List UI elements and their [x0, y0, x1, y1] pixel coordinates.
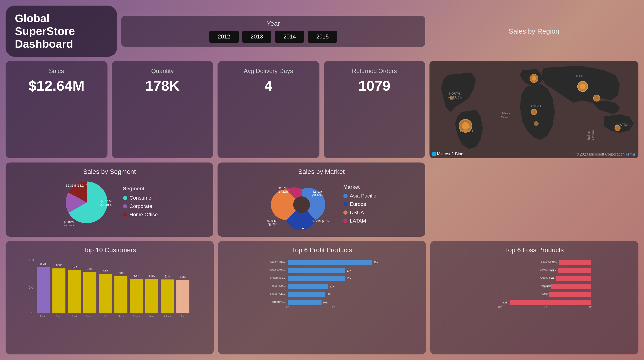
svg-text:-10K: -10K — [497, 306, 502, 308]
profit-hbar-svg: Canon ima... 25K Cisco Smar... 17K Motor… — [224, 258, 420, 309]
kpi-delivery-label: Avg.Delivery Days — [224, 67, 312, 75]
svg-text:Sanjit: Sanjit — [72, 315, 78, 318]
svg-text:-4.4K: -4.4K — [542, 285, 549, 288]
segment-chart-title: Sales by Segment — [12, 168, 207, 176]
year-2015-button[interactable]: 2015 — [308, 31, 337, 43]
year-buttons: 2012 2013 2014 2015 — [128, 31, 418, 43]
kpi-quantity-label: Quantity — [119, 67, 206, 75]
map-attribution: Microsoft Bing — [432, 152, 464, 157]
top-loss-products-chart: Top 6 Loss Products Bevis Com... -3.5K B… — [430, 241, 638, 355]
svg-text:(30.25%): (30.25%) — [64, 224, 76, 225]
svg-text:-3.5K: -3.5K — [551, 261, 558, 264]
svg-text:⌄: ⌄ — [301, 225, 305, 230]
svg-point-18 — [594, 95, 600, 101]
svg-text:Ocean: Ocean — [501, 116, 509, 119]
svg-text:Ocean: Ocean — [591, 130, 595, 140]
svg-rect-51 — [99, 274, 112, 313]
dashboard-title: Global SuperStore Dashboard — [15, 12, 108, 50]
market-legend-usca: USCA — [343, 209, 376, 216]
svg-rect-87 — [288, 260, 372, 265]
svg-text:25K: 25K — [374, 261, 378, 264]
profit-hbar-container: Canon ima... 25K Cisco Smar... 17K Motor… — [224, 258, 420, 310]
svg-text:ASIA: ASIA — [576, 74, 583, 78]
svg-text:7.4K: 7.4K — [102, 269, 108, 273]
svg-rect-57 — [145, 279, 158, 313]
svg-text:$2.16M: $2.16M — [278, 187, 288, 190]
usca-dot — [343, 210, 348, 215]
corporate-dot — [123, 204, 127, 208]
year-2013-button[interactable]: 2013 — [242, 31, 272, 43]
svg-rect-99 — [288, 292, 325, 297]
svg-text:Motorola S...: Motorola S... — [270, 276, 286, 279]
map-section-title: Sales by Region — [430, 27, 638, 35]
usca-label: USCA — [350, 209, 364, 216]
svg-text:6.5K: 6.5K — [149, 274, 155, 277]
market-legend-latam: LATAM — [343, 218, 376, 224]
svg-text:7.0K: 7.0K — [118, 272, 124, 275]
kpi-returned-label: Returned Orders — [330, 67, 418, 75]
svg-text:-3.8K: -3.8K — [548, 277, 554, 280]
market-legend: Market Asia Pacific Europe USCA — [343, 184, 376, 226]
svg-text:Susan: Susan — [133, 315, 140, 318]
europe-dot — [343, 202, 348, 206]
year-2012-button[interactable]: 2012 — [210, 31, 238, 43]
market-legend-title: Market — [343, 184, 376, 190]
svg-text:17K: 17K — [346, 269, 351, 272]
homeoffice-label: Home Office — [130, 212, 158, 218]
map-placeholder — [430, 163, 638, 237]
svg-point-22 — [450, 96, 454, 100]
svg-text:6.4K: 6.4K — [164, 275, 170, 278]
segment-chart-area: $6.51M (51.48%) $3.82M (30.25%) $2.31M (… — [12, 179, 207, 226]
svg-rect-93 — [288, 276, 345, 281]
svg-rect-122 — [549, 292, 591, 297]
europe-label: Europe — [350, 201, 366, 207]
svg-text:5K: 5K — [29, 286, 33, 289]
svg-text:10K: 10K — [29, 258, 34, 262]
profit-products-title: Top 6 Profit Products — [224, 246, 420, 254]
asia-pacific-dot — [343, 194, 348, 198]
sales-by-segment-card: Sales by Segment $6.51M — [6, 163, 213, 237]
sales-by-market-card: Sales by Market — [218, 163, 425, 237]
segment-legend: Segment Consumer Corporate Home Office — [123, 186, 158, 220]
svg-text:8.5K: 8.5K — [56, 264, 62, 267]
svg-rect-113 — [558, 268, 591, 273]
map-container: AUSTRA... NORTH AMERICA SOUTH AMERICA AF… — [430, 61, 638, 158]
svg-text:$2.36M: $2.36M — [267, 219, 276, 223]
svg-rect-116 — [556, 276, 591, 281]
market-donut-svg: $4.04M (31.98%) $3.29M (26%) $2.36M (18.… — [267, 179, 336, 230]
segment-legend-homeoffice: Home Office — [123, 212, 158, 218]
kpi-sales-label: Sales — [12, 67, 100, 75]
map-terms-link[interactable]: Terms — [626, 152, 636, 156]
svg-rect-47 — [68, 270, 81, 313]
svg-text:(17.12%): (17.12%) — [278, 190, 289, 193]
kpi-quantity: Quantity 178K — [112, 61, 214, 158]
svg-text:20K: 20K — [330, 306, 335, 308]
loss-products-title: Top 6 Loss Products — [437, 246, 632, 254]
svg-text:Hoover Sto...: Hoover Sto... — [270, 284, 286, 287]
svg-text:$3.29M (26%): $3.29M (26%) — [312, 219, 330, 223]
svg-text:0K: 0K — [29, 311, 33, 315]
bing-logo: Microsoft Bing — [432, 152, 464, 157]
svg-text:Cisco Smar...: Cisco Smar... — [269, 268, 286, 271]
segment-legend-consumer: Consumer — [123, 195, 158, 201]
svg-point-21 — [615, 125, 620, 131]
bing-square-icon — [432, 152, 436, 156]
customers-bar-container: 10K 5K 0K 8.7K 8.5K 8.2K — [12, 258, 207, 318]
svg-text:Tom: Tom — [180, 315, 185, 318]
svg-text:0K: 0K — [286, 306, 290, 308]
svg-point-15 — [532, 76, 536, 81]
market-chart-area: $4.04M (31.98%) $3.29M (26%) $2.36M (18.… — [224, 179, 419, 231]
svg-rect-96 — [288, 284, 328, 289]
market-legend-asia: Asia Pacific — [343, 193, 376, 199]
svg-text:Harbour C...: Harbour C... — [271, 300, 286, 303]
year-panel: Year 2012 2013 2014 2015 — [121, 16, 425, 47]
svg-text:17K: 17K — [346, 277, 351, 280]
svg-text:8.2K: 8.2K — [72, 265, 77, 269]
svg-rect-59 — [161, 279, 174, 313]
svg-text:$6.51M: $6.51M — [101, 199, 112, 203]
kpi-sales: Sales $12.64M — [6, 61, 108, 158]
svg-text:Atlantic: Atlantic — [502, 112, 510, 115]
year-2014-button[interactable]: 2014 — [275, 31, 304, 43]
svg-rect-90 — [288, 268, 345, 273]
kpi-quantity-value: 178K — [119, 77, 206, 94]
